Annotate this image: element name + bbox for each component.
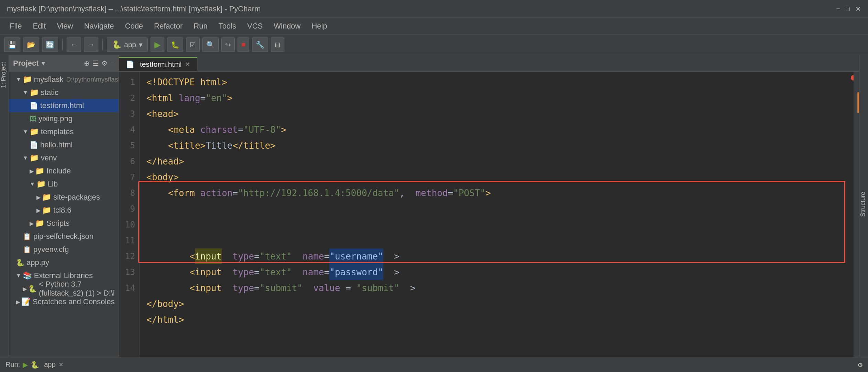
tab-label: testform.html xyxy=(140,60,182,68)
menu-tools[interactable]: Tools xyxy=(215,20,240,32)
menu-edit[interactable]: Edit xyxy=(29,20,50,32)
tree-item-scratches[interactable]: 📝 Scratches and Consoles xyxy=(9,295,119,308)
back-button[interactable]: ← xyxy=(67,38,81,52)
app-dropdown-button[interactable]: 🐍 app ▾ xyxy=(107,38,148,52)
file-icon-hello: 📄 xyxy=(30,141,38,149)
scratches-icon: 📝 xyxy=(21,297,31,306)
run-label: Run: xyxy=(6,361,20,369)
line-num-1: 1 xyxy=(119,74,135,90)
maximize-button[interactable]: □ xyxy=(846,5,850,13)
status-gear-icon[interactable]: ⚙ xyxy=(858,360,862,369)
tree-item-hello[interactable]: 📄 hello.html xyxy=(9,138,119,151)
scope-button[interactable]: ⊕ xyxy=(84,59,90,67)
tree-item-site-packages[interactable]: 📁 site-packages xyxy=(9,191,119,204)
tree-label-static: static xyxy=(41,88,58,97)
menu-refactor[interactable]: Refactor xyxy=(150,20,187,32)
structure-label[interactable]: Structure xyxy=(859,192,867,217)
run-icon: ▶ xyxy=(23,361,28,369)
code-token: = xyxy=(238,122,243,138)
profile-button[interactable]: 🔍 xyxy=(202,38,219,52)
file-icon-apppy: 🐍 xyxy=(16,258,24,267)
hide-button[interactable]: − xyxy=(110,59,114,67)
settings-button[interactable]: 🔧 xyxy=(252,38,268,52)
tree-item-templates[interactable]: 📁 templates xyxy=(9,125,119,138)
tree-label-external-libs: External Libraries xyxy=(34,271,93,280)
chevron-include xyxy=(30,168,34,174)
status-bar: Run: ▶ 🐍 app ✕ ⚙ xyxy=(0,357,868,372)
tree-item-pip[interactable]: 📋 pip-selfcheck.json xyxy=(9,230,119,243)
menu-file[interactable]: File xyxy=(6,20,26,32)
menu-vcs[interactable]: VCS xyxy=(243,20,267,32)
close-button[interactable]: ✕ xyxy=(855,5,861,13)
code-line-2: <html lang="en"> xyxy=(146,90,854,106)
python-icon: 🐍 xyxy=(112,40,121,49)
stop-button[interactable]: ■ xyxy=(238,38,249,52)
tree-item-include[interactable]: 📁 Include xyxy=(9,164,119,178)
settings-icon[interactable]: ⚙ xyxy=(101,59,108,67)
python-icon-37: 🐍 xyxy=(28,285,37,293)
tree-item-lib[interactable]: 📁 Lib xyxy=(9,178,119,191)
status-close-icon[interactable]: ✕ xyxy=(58,361,64,369)
chevron-tcl86 xyxy=(36,207,41,214)
forward-button[interactable]: → xyxy=(84,38,98,52)
code-line-12: <input type="submit" value = "submit" > xyxy=(146,280,854,296)
code-line-6: </head> xyxy=(146,153,854,169)
debug-button[interactable]: 🐛 xyxy=(167,38,183,52)
tree-label-pyvenv: pyvenv.cfg xyxy=(33,245,69,254)
code-line-9 xyxy=(146,201,854,248)
project-label: Project xyxy=(13,59,39,68)
code-line-11: <input type="text" name="password" > xyxy=(146,264,854,280)
line-num-11: 11 xyxy=(119,233,135,248)
toolbar: 💾 📂 🔄 ← → 🐍 app ▾ ▶ 🐛 ☑ 🔍 ↪ ■ 🔧 ⊟ xyxy=(0,34,868,55)
code-token: html xyxy=(200,74,222,90)
tree-item-yixing[interactable]: 🖼 yixing.png xyxy=(9,112,119,125)
menu-view[interactable]: View xyxy=(53,20,77,32)
vertical-tab-label[interactable]: 1: Project xyxy=(0,59,9,92)
save-button[interactable]: 💾 xyxy=(4,38,20,52)
collapse-button[interactable]: ☰ xyxy=(92,59,99,67)
open-button[interactable]: 📂 xyxy=(23,38,39,52)
code-token: <body> xyxy=(146,169,179,185)
tab-testform[interactable]: 📄 testform.html ✕ xyxy=(119,57,197,71)
menu-help[interactable]: Help xyxy=(307,20,331,32)
tree-path-mysflask: D:\python\mysflask xyxy=(66,76,119,83)
tree-label-yixing: yixing.png xyxy=(39,114,73,123)
menu-window[interactable]: Window xyxy=(270,20,305,32)
file-icon-pip: 📋 xyxy=(23,232,31,241)
tab-close-icon[interactable]: ✕ xyxy=(185,61,190,68)
run-button[interactable]: ▶ xyxy=(151,38,164,52)
highlight-input-1: input xyxy=(195,248,222,264)
editor-scrollbar[interactable] xyxy=(854,72,859,357)
folder-icon-include: 📁 xyxy=(35,167,44,176)
tree-item-tcl86[interactable]: 📁 tcl8.6 xyxy=(9,204,119,217)
code-editor[interactable]: 1 2 3 4 5 6 7 8 9 10 11 12 13 14 xyxy=(119,72,859,357)
status-right: ⚙ xyxy=(858,360,862,369)
tree-item-pyvenv[interactable]: 📋 pyvenv.cfg xyxy=(9,243,119,256)
tree-item-static[interactable]: 📁 static xyxy=(9,86,119,99)
menu-bar: File Edit View Navigate Code Refactor Ru… xyxy=(0,18,868,34)
line-num-14: 14 xyxy=(119,280,135,296)
sync-button[interactable]: 🔄 xyxy=(42,38,58,52)
terminal-button[interactable]: ⊟ xyxy=(271,38,284,52)
tree-item-apppy[interactable]: 🐍 app.py xyxy=(9,256,119,269)
tree-item-python37[interactable]: 🐍 < Python 3.7 (fullstack_s2) (1) > D:\i xyxy=(9,282,119,295)
tree-label-site-packages: site-packages xyxy=(53,193,100,202)
code-line-3: <head> xyxy=(146,106,854,122)
tree-item-mysflask[interactable]: 📁 mysflask D:\python\mysflask xyxy=(9,73,119,86)
tree-item-venv[interactable]: 📁 venv xyxy=(9,151,119,164)
code-token: "en" xyxy=(206,90,227,106)
tree-item-testform[interactable]: 📄 testform.html xyxy=(9,99,119,112)
minimize-button[interactable]: − xyxy=(836,5,840,13)
app-label: app xyxy=(124,41,136,49)
menu-code[interactable]: Code xyxy=(121,20,147,32)
tree-item-scripts[interactable]: 📁 Scripts xyxy=(9,217,119,230)
project-panel: Project ▾ ⊕ ☰ ⚙ − 📁 mysflask D:\python\m… xyxy=(9,55,119,357)
step-button[interactable]: ↪ xyxy=(221,38,235,52)
tab-file-icon: 📄 xyxy=(126,60,134,68)
tree-label-scratches: Scratches and Consoles xyxy=(33,297,114,306)
code-token: action xyxy=(200,185,233,201)
menu-navigate[interactable]: Navigate xyxy=(80,20,118,32)
menu-run[interactable]: Run xyxy=(189,20,211,32)
chevron-site-packages xyxy=(36,194,41,201)
coverage-button[interactable]: ☑ xyxy=(186,38,200,52)
